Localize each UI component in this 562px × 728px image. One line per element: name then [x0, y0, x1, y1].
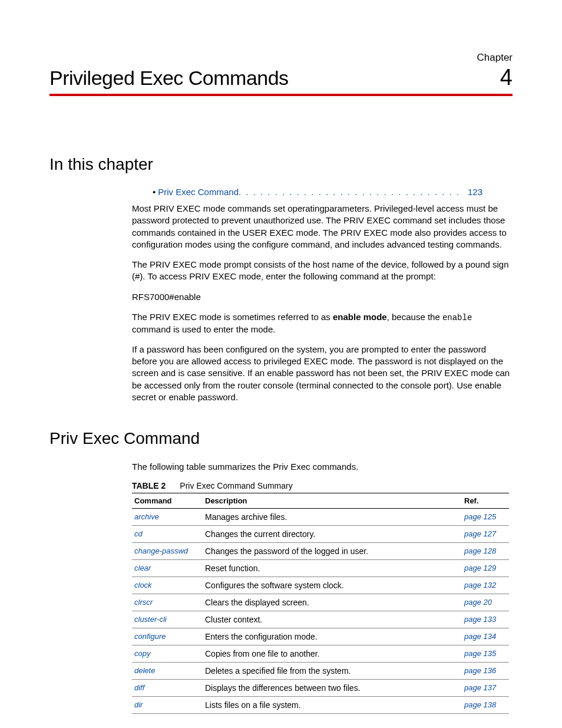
text-mono-enable: enable [442, 313, 472, 322]
page-ref-link[interactable]: page 133 [462, 611, 509, 628]
chapter-label: Chapter [49, 52, 513, 64]
page-ref-link[interactable]: page 134 [462, 628, 509, 645]
toc-link-priv-exec[interactable]: Priv Exec Command [158, 187, 239, 197]
command-link-clear[interactable]: clear [132, 560, 203, 577]
table-row: change-passwdChanges the password of the… [132, 543, 509, 560]
page-ref-link[interactable]: page 125 [462, 509, 509, 526]
table-row: dirLists files on a file system.page 138 [132, 697, 509, 714]
section-heading-priv-exec: Priv Exec Command [49, 429, 513, 448]
toc-page-number: 123 [468, 187, 482, 197]
command-description: Copies from one file to another. [203, 645, 462, 663]
table-caption: TABLE 2Priv Exec Command Summary [132, 481, 513, 490]
table-row: archiveManages archive files.page 125 [132, 509, 509, 526]
table-row: cdChanges the current directory.page 127 [132, 526, 509, 543]
text-fragment: command is used to enter the mode. [132, 324, 275, 334]
command-link-configure[interactable]: configure [132, 628, 203, 645]
table-row: clearReset function.page 129 [132, 560, 509, 577]
command-link-cluster-cli[interactable]: cluster-cli [132, 611, 203, 628]
table-row: diffDisplays the differences between two… [132, 680, 509, 697]
section-heading-in-this-chapter: In this chapter [49, 155, 513, 174]
chapter-number: 4 [500, 65, 513, 90]
page-ref-link[interactable]: page 136 [462, 663, 509, 680]
command-description: Deletes a specified file from the system… [203, 663, 462, 680]
table-row: cluster-cliCluster context.page 133 [132, 611, 509, 628]
command-link-delete[interactable]: delete [132, 663, 203, 680]
command-link-clrscr[interactable]: clrscr [132, 594, 203, 611]
page-ref-link[interactable]: page 137 [462, 680, 509, 697]
page-ref-link[interactable]: page 20 [462, 594, 509, 611]
table-header-row: Command Description Ref. [132, 493, 509, 509]
command-description: Configures the software system clock. [203, 577, 462, 594]
command-link-archive[interactable]: archive [132, 509, 203, 526]
toc-entry: • Priv Exec Command . . . . . . . . . . … [153, 187, 482, 197]
page-ref-link[interactable]: page 128 [462, 543, 509, 560]
table-row: deleteDeletes a specified file from the … [132, 663, 509, 680]
page-title: Privileged Exec Commands [49, 67, 289, 90]
command-description: Changes the current directory. [203, 526, 462, 543]
paragraph-enable-mode: The PRIV EXEC mode is sometimes referred… [132, 311, 513, 335]
table-title: Priv Exec Command Summary [180, 481, 292, 490]
command-link-clock[interactable]: clock [132, 577, 203, 594]
chapter-header: Privileged Exec Commands 4 [49, 65, 513, 96]
table-row: copyCopies from one file to another.page… [132, 645, 509, 663]
paragraph-intro: Most PRIV EXEC mode commands set operati… [132, 203, 513, 251]
command-link-change-passwd[interactable]: change-passwd [132, 543, 203, 560]
col-header-ref: Ref. [462, 493, 509, 509]
col-header-description: Description [203, 493, 462, 509]
command-link-diff[interactable]: diff [132, 680, 203, 697]
code-example: RFS7000#enable [132, 291, 513, 303]
table-row: clockConfigures the software system cloc… [132, 577, 509, 594]
page-ref-link[interactable]: page 138 [462, 697, 509, 714]
toc-leader-dots: . . . . . . . . . . . . . . . . . . . . … [239, 187, 464, 197]
command-description: Reset function. [203, 560, 462, 577]
command-description: Lists files on a file system. [203, 697, 462, 714]
page-ref-link[interactable]: page 132 [462, 577, 509, 594]
paragraph-table-intro: The following table summarizes the Priv … [132, 461, 513, 473]
text-bold-enable-mode: enable mode [333, 312, 387, 322]
command-link-dir[interactable]: dir [132, 697, 203, 714]
command-description: Cluster context. [203, 611, 462, 628]
table-row: clrscrClears the displayed screen.page 2… [132, 594, 509, 611]
command-summary-table: Command Description Ref. archiveManages … [132, 493, 509, 714]
table-label: TABLE 2 [132, 481, 166, 490]
command-description: Enters the configuration mode. [203, 628, 462, 645]
page-ref-link[interactable]: page 135 [462, 645, 509, 663]
paragraph-password: If a password has been configured on the… [132, 344, 513, 403]
col-header-command: Command [132, 493, 203, 509]
page-ref-link[interactable]: page 127 [462, 526, 509, 543]
command-description: Changes the password of the logged in us… [203, 543, 462, 560]
command-description: Manages archive files. [203, 509, 462, 526]
paragraph-prompt: The PRIV EXEC mode prompt consists of th… [132, 259, 513, 283]
command-description: Clears the displayed screen. [203, 594, 462, 611]
table-row: configureEnters the configuration mode.p… [132, 628, 509, 645]
command-link-cd[interactable]: cd [132, 526, 203, 543]
toc-bullet: • [153, 187, 156, 197]
text-fragment: The PRIV EXEC mode is sometimes referred… [132, 312, 333, 322]
command-description: Displays the differences between two fil… [203, 680, 462, 697]
page-ref-link[interactable]: page 129 [462, 560, 509, 577]
command-link-copy[interactable]: copy [132, 645, 203, 663]
text-fragment: , because the [387, 312, 442, 322]
